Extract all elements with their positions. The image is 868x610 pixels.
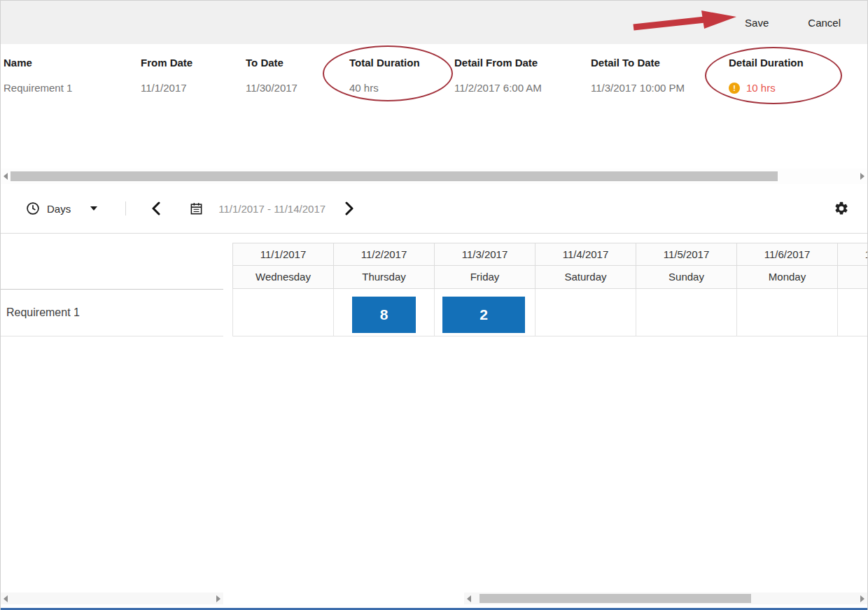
settings-button[interactable] (834, 201, 849, 216)
column-header-total-duration[interactable]: Total Duration (346, 57, 451, 69)
clock-icon (26, 201, 40, 215)
chevron-left-icon (151, 201, 160, 215)
cell-detail-from-date[interactable]: 11/2/2017 6:00 AM (451, 82, 588, 94)
timeline-date-row: 11/1/2017 11/2/2017 11/3/2017 11/4/2017 … (232, 243, 867, 266)
cell-detail-to-date[interactable]: 11/3/2017 10:00 PM (588, 82, 726, 94)
day-column-date: 11/7/2017 (837, 243, 867, 266)
toolbar-separator (125, 201, 126, 215)
chevron-down-icon[interactable] (90, 206, 97, 211)
day-column-date: 11/6/2017 (736, 243, 837, 266)
day-column-date: 11/3/2017 (434, 243, 535, 266)
column-header-to-date[interactable]: To Date (243, 57, 346, 69)
day-column-date: 11/2/2017 (333, 243, 434, 266)
day-column-weekday: Thursday (333, 266, 434, 289)
prev-period-button[interactable] (151, 201, 160, 215)
timeline-cell[interactable] (636, 289, 736, 336)
resource-panel: Requirement 1 (1, 234, 223, 610)
grid-data-row[interactable]: Requirement 1 11/1/2017 11/30/2017 40 hr… (1, 82, 867, 94)
column-header-detail-to-date[interactable]: Detail To Date (588, 57, 726, 69)
day-column-weekday: Wednesday (232, 266, 333, 289)
cell-name[interactable]: Requirement 1 (1, 82, 138, 94)
day-column-weekday: Friday (434, 266, 535, 289)
scheduler-timeline: Requirement 1 11/1/2017 11/2/2017 11/3/2… (1, 234, 867, 610)
day-column-weekday: Tuesday (837, 266, 867, 289)
view-mode-dropdown[interactable]: Days (47, 203, 71, 215)
timeline-header: 11/1/2017 11/2/2017 11/3/2017 11/4/2017 … (232, 243, 867, 289)
timeline-panel: 11/1/2017 11/2/2017 11/3/2017 11/4/2017 … (232, 234, 867, 610)
column-header-from-date[interactable]: From Date (138, 57, 243, 69)
resource-name: Requirement 1 (6, 306, 80, 319)
scheduler-toolbar: Days 11/1/2017 - 11/14/2017 (1, 184, 867, 234)
column-header-detail-from-date[interactable]: Detail From Date (451, 57, 588, 69)
date-range-label: 11/1/2017 - 11/14/2017 (218, 203, 326, 215)
resource-panel-hscrollbar[interactable] (1, 593, 223, 604)
scroll-left-icon[interactable] (467, 595, 471, 602)
detail-duration-value: 10 hrs (746, 82, 776, 94)
requirements-grid: Name From Date To Date Total Duration De… (1, 44, 867, 169)
gear-icon (834, 201, 849, 216)
scrollbar-thumb[interactable] (479, 594, 751, 603)
scroll-left-icon[interactable] (4, 595, 8, 602)
day-column-weekday: Sunday (636, 266, 736, 289)
next-period-button[interactable] (345, 201, 354, 215)
resource-row[interactable]: Requirement 1 (1, 289, 223, 336)
cancel-button[interactable]: Cancel (808, 17, 841, 29)
day-column-date: 11/4/2017 (535, 243, 636, 266)
timeline-cell[interactable] (736, 289, 837, 336)
grid-hscrollbar[interactable] (1, 169, 867, 184)
save-button[interactable]: Save (745, 17, 769, 29)
scheduler-window: Save Cancel Name From Date To Date Total… (0, 0, 868, 610)
timeline-weekday-row: Wednesday Thursday Friday Saturday Sunda… (232, 266, 867, 289)
day-column-date: 11/5/2017 (636, 243, 736, 266)
scroll-left-icon[interactable] (4, 173, 8, 180)
timeline-cell[interactable] (232, 289, 333, 336)
timeline-hscrollbar[interactable] (464, 593, 867, 604)
column-header-detail-duration[interactable]: Detail Duration (726, 57, 867, 69)
cell-detail-duration[interactable]: ! 10 hrs (726, 82, 867, 94)
scroll-right-icon[interactable] (860, 595, 864, 602)
cell-total-duration[interactable]: 40 hrs (346, 82, 451, 94)
warning-icon: ! (729, 83, 740, 94)
allocation-bar[interactable]: 2 (442, 297, 525, 333)
cell-to-date[interactable]: 11/30/2017 (243, 82, 346, 94)
action-bar: Save Cancel (1, 1, 867, 44)
scroll-right-icon[interactable] (860, 173, 864, 180)
allocation-bar[interactable]: 8 (352, 297, 416, 333)
timeline-cell[interactable] (837, 289, 867, 336)
cell-from-date[interactable]: 11/1/2017 (138, 82, 243, 94)
calendar-icon[interactable] (190, 202, 203, 215)
scroll-right-icon[interactable] (216, 595, 220, 602)
timeline-cell[interactable] (535, 289, 636, 336)
timeline-row: 8 2 (232, 289, 867, 336)
chevron-right-icon (345, 201, 354, 215)
column-header-name[interactable]: Name (1, 57, 138, 69)
day-column-date: 11/1/2017 (232, 243, 333, 266)
day-column-weekday: Monday (736, 266, 837, 289)
day-column-weekday: Saturday (535, 266, 636, 289)
scrollbar-thumb[interactable] (10, 171, 778, 181)
grid-header-row: Name From Date To Date Total Duration De… (1, 57, 867, 69)
